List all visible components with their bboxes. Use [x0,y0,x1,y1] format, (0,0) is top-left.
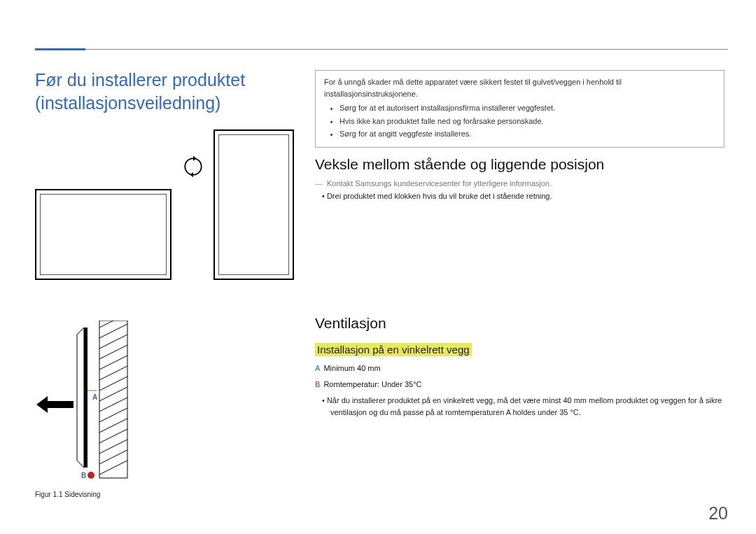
accent-bar [35,48,85,50]
warning-box: For å unngå skader må dette apparatet væ… [315,70,724,148]
screen-portrait-icon [214,129,294,280]
sideview-diagram: A B [35,321,294,496]
spec-b-label: B [315,380,320,388]
ventilation-subtitle: Installasjon på en vinkelrett vegg [315,343,472,356]
warning-list: Sørg for at et autorisert installasjonsf… [324,102,715,140]
label-a: A [92,393,97,401]
svg-rect-5 [84,328,88,468]
rotate-clockwise-icon [181,154,206,179]
spec-b-text: Romtemperatur: Under 35°C [323,380,421,388]
dot-b-icon [88,472,94,479]
warning-item: Sørg for at angitt veggfeste installeres… [340,128,715,140]
page-title: Før du installerer produktet (installasj… [35,69,294,114]
spec-b: B Romtemperatur: Under 35°C [315,380,422,388]
svg-marker-1 [193,156,197,161]
orientation-diagram [35,129,294,290]
orientation-note: Kontakt Samsungs kundeservicesenter for … [315,179,552,188]
orientation-bullet: Drei produktet med klokken hvis du vil b… [330,192,552,200]
screen-landscape-icon [35,189,172,280]
arrow-left-icon [36,396,74,413]
page-number: 20 [708,503,728,524]
svg-marker-2 [190,172,194,177]
svg-marker-4 [36,396,48,413]
warning-intro: For å unngå skader må dette apparatet væ… [324,76,715,99]
label-b: B [81,472,86,479]
section-ventilation-title: Ventilasjon [315,315,386,332]
spec-a-text: Minimum 40 mm [323,364,380,372]
warning-item: Hvis ikke kan produktet falle ned og for… [340,115,715,127]
figure-caption: Figur 1.1 Sidevisning [35,491,100,498]
spec-a-label: A [315,364,320,372]
wall-hatch-icon [99,321,127,478]
top-rule [35,49,728,50]
section-orientation-title: Veksle mellom stående og liggende posisj… [315,156,604,173]
spec-a: A Minimum 40 mm [315,364,381,372]
warning-item: Sørg for at et autorisert installasjonsf… [340,102,715,114]
ventilation-bullet: Når du installerer produktet på en vinke… [330,395,722,418]
